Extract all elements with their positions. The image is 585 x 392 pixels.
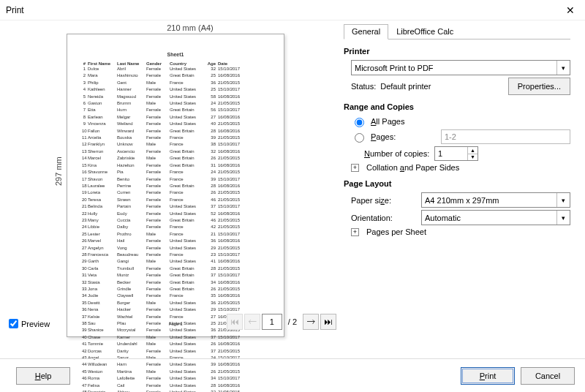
- layout-heading: Page Layout: [344, 179, 570, 188]
- all-pages-label: All All PagesPages: [371, 117, 405, 126]
- cancel-button[interactable]: Cancel: [521, 367, 575, 385]
- window-title: Print: [6, 5, 556, 15]
- preview-page[interactable]: Sheet1 #First NameLast NameGenderCountry…: [67, 34, 284, 337]
- chevron-down-icon: ▾: [556, 211, 570, 225]
- preview-sheet-name: Sheet1: [82, 52, 269, 57]
- collation-label[interactable]: Collation and Paper Sides: [366, 163, 459, 172]
- paper-size-select[interactable]: A4 210mm x 297mm ▾: [421, 192, 570, 208]
- settings-pane: General LibreOffice Calc Printer Microso…: [344, 20, 578, 352]
- dialog-footer: Help Print Cancel: [0, 358, 585, 392]
- orientation-label: Orientation:: [351, 214, 417, 222]
- preview-checkbox[interactable]: [9, 319, 18, 328]
- prev-page-button[interactable]: 🡐: [244, 314, 260, 330]
- pages-input[interactable]: 1-2: [441, 129, 570, 144]
- chevron-down-icon: ▾: [556, 61, 570, 75]
- total-pages-label: / 2: [284, 317, 301, 326]
- status-label: Status:: [351, 82, 376, 91]
- page-height-label: 297 mm: [54, 157, 63, 186]
- expand-icon[interactable]: +: [351, 228, 359, 236]
- status-value: Default printer: [380, 82, 503, 91]
- pages-per-sheet-label[interactable]: Pages per Sheet: [366, 227, 426, 236]
- chevron-down-icon: ▾: [556, 193, 570, 207]
- pages-label: Pages:: [371, 132, 437, 141]
- page-navigator: ⏮ 🡐 / 2 🡒 ⏭: [227, 314, 336, 330]
- first-page-button[interactable]: ⏮: [227, 314, 243, 330]
- last-page-button[interactable]: ⏭: [320, 314, 336, 330]
- print-button[interactable]: Print: [461, 367, 515, 385]
- range-section: Range and Copies All All PagesPages Page…: [344, 102, 570, 172]
- copies-input[interactable]: 1 ▲▼: [434, 146, 478, 161]
- printer-section: Printer Microsoft Print to PDF ▾ Status:…: [344, 47, 570, 95]
- paper-size-value: A4 210mm x 297mm: [425, 196, 499, 205]
- title-bar: Print ✕: [0, 0, 585, 20]
- page-width-label: 210 mm (A4): [7, 23, 344, 32]
- paper-size-label: Paper size:: [351, 196, 417, 205]
- preview-pane: 210 mm (A4) 297 mm Sheet1 #First NameLas…: [0, 20, 344, 352]
- printer-heading: Printer: [344, 47, 570, 56]
- layout-section: Page Layout Paper size: A4 210mm x 297mm…: [344, 179, 570, 236]
- help-button[interactable]: Help: [16, 367, 70, 385]
- main-area: 210 mm (A4) 297 mm Sheet1 #First NameLas…: [0, 20, 585, 352]
- range-heading: Range and Copies: [344, 102, 570, 111]
- tab-bar: General LibreOffice Calc: [344, 23, 570, 39]
- next-page-button[interactable]: 🡒: [303, 314, 319, 330]
- expand-icon[interactable]: +: [351, 164, 359, 172]
- copies-value: 1: [438, 149, 442, 158]
- orientation-select[interactable]: Automatic ▾: [421, 210, 570, 225]
- copies-label: Number of copies:: [364, 149, 430, 158]
- spinner-icon[interactable]: ▲▼: [467, 147, 478, 160]
- tab-libreoffice-calc[interactable]: LibreOffice Calc: [388, 24, 461, 39]
- printer-select-value: Microsoft Print to PDF: [355, 64, 434, 72]
- preview-checkbox-label: Preview: [21, 320, 50, 328]
- orientation-value: Automatic: [425, 214, 461, 222]
- close-button[interactable]: ✕: [556, 0, 585, 20]
- all-pages-radio[interactable]: [355, 118, 364, 127]
- printer-select[interactable]: Microsoft Print to PDF ▾: [351, 60, 570, 75]
- properties-button[interactable]: Properties...: [508, 78, 570, 95]
- pages-radio[interactable]: [355, 133, 364, 143]
- tab-general[interactable]: General: [344, 24, 388, 39]
- preview-toggle[interactable]: Preview: [9, 319, 50, 328]
- preview-table: #First NameLast NameGenderCountryAgeDate…: [82, 61, 269, 392]
- current-page-input[interactable]: [262, 314, 282, 330]
